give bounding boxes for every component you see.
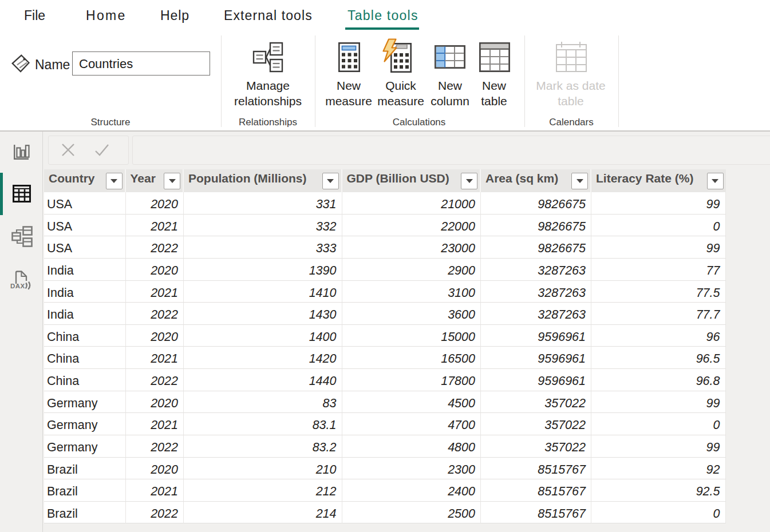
svg-text:DAX: DAX: [10, 283, 25, 289]
